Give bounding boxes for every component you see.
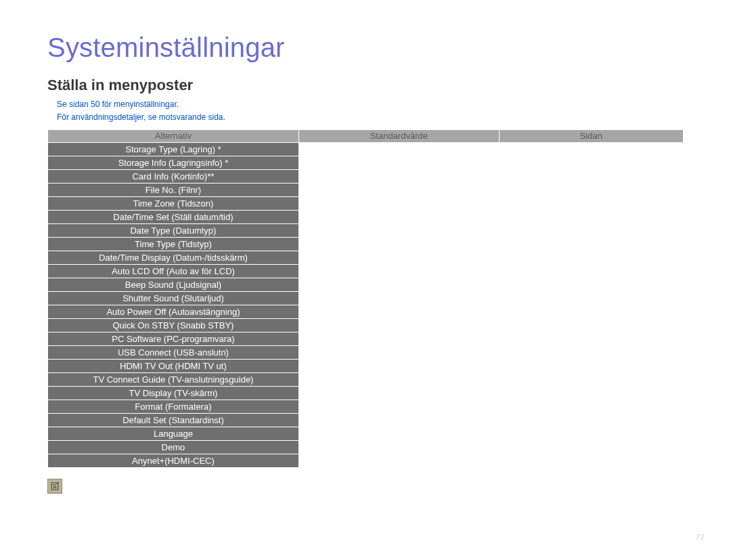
table-row: Time Type (Tidstyp) <box>48 237 684 251</box>
cell-default <box>298 264 499 278</box>
col-header-page: Sidan <box>499 130 683 142</box>
cell-page <box>499 278 683 291</box>
cell-option: PC Software (PC-programvara) <box>48 332 299 345</box>
cell-option: TV Connect Guide (TV-anslutningsguide) <box>48 372 299 386</box>
table-row: Date/Time Set (Ställ datum/tid) <box>48 210 684 223</box>
table-row: Language <box>48 427 684 440</box>
cell-default <box>298 156 499 169</box>
table-row: Format (Formatera) <box>48 400 684 413</box>
cell-option: HDMI TV Out (HDMI TV ut) <box>48 359 299 372</box>
cell-option: File No. (Filnr) <box>48 183 299 196</box>
cell-page <box>499 400 683 413</box>
cell-default <box>298 372 499 386</box>
table-row: File No. (Filnr) <box>48 183 684 196</box>
cell-page <box>499 210 683 223</box>
table-row: Default Set (Standardinst) <box>48 413 684 427</box>
cell-option: Storage Info (Lagringsinfo) * <box>48 156 299 169</box>
cell-page <box>499 183 683 196</box>
table-row: Date/Time Display (Datum-/tidsskärm) <box>48 251 684 264</box>
cell-option: Storage Type (Lagring) * <box>48 142 299 156</box>
cell-default <box>298 413 499 427</box>
cell-page <box>499 386 683 400</box>
cell-default <box>298 251 499 264</box>
cell-option: USB Connect (USB-anslutn) <box>48 345 299 359</box>
page-number: 72 <box>696 533 705 541</box>
cell-page <box>499 237 683 251</box>
cell-page <box>499 440 683 454</box>
cell-default <box>298 305 499 318</box>
cell-page <box>499 305 683 318</box>
cell-default <box>298 142 499 156</box>
cell-page <box>499 196 683 210</box>
cell-default <box>298 359 499 372</box>
cell-default <box>298 223 499 237</box>
settings-table: Alternativ Standardvärde Sidan Storage T… <box>47 130 684 468</box>
table-row: Demo <box>48 440 684 454</box>
cell-option: Beep Sound (Ljudsignal) <box>48 278 299 291</box>
cell-option: Demo <box>48 440 299 454</box>
table-row: TV Connect Guide (TV-anslutningsguide) <box>48 372 684 386</box>
table-row: Beep Sound (Ljudsignal) <box>48 278 684 291</box>
cell-page <box>499 345 683 359</box>
cell-default <box>298 345 499 359</box>
table-row: Time Zone (Tidszon) <box>48 196 684 210</box>
cell-default <box>298 196 499 210</box>
table-row: Auto Power Off (Autoavstängning) <box>48 305 684 318</box>
cell-page <box>499 454 683 467</box>
cell-option: Card Info (Kortinfo)** <box>48 169 299 183</box>
note-icon <box>47 479 62 494</box>
table-row: TV Display (TV-skärm) <box>48 386 684 400</box>
section-subtitle: Ställa in menyposter <box>47 77 684 94</box>
cell-default <box>298 440 499 454</box>
table-row: USB Connect (USB-anslutn) <box>48 345 684 359</box>
table-row: HDMI TV Out (HDMI TV ut) <box>48 359 684 372</box>
cell-option: Anynet+(HDMI-CEC) <box>48 454 299 467</box>
cell-option: Format (Formatera) <box>48 400 299 413</box>
table-row: PC Software (PC-programvara) <box>48 332 684 345</box>
cell-option: Default Set (Standardinst) <box>48 413 299 427</box>
cell-default <box>298 427 499 440</box>
cell-option: Date/Time Set (Ställ datum/tid) <box>48 210 299 223</box>
cell-default <box>298 210 499 223</box>
cell-page <box>499 291 683 305</box>
cell-page <box>499 223 683 237</box>
cell-default <box>298 454 499 467</box>
cell-default <box>298 386 499 400</box>
cell-page <box>499 413 683 427</box>
page-title: Systeminställningar <box>47 33 684 63</box>
cell-default <box>298 183 499 196</box>
notes-block: Se sidan 50 för menyinställningar. För a… <box>57 98 684 123</box>
cell-option: TV Display (TV-skärm) <box>48 386 299 400</box>
cell-default <box>298 237 499 251</box>
table-row: Card Info (Kortinfo)** <box>48 169 684 183</box>
cell-option: Shutter Sound (Slutarljud) <box>48 291 299 305</box>
cell-option: Language <box>48 427 299 440</box>
table-row: Date Type (Datumtyp) <box>48 223 684 237</box>
cell-page <box>499 359 683 372</box>
col-header-default: Standardvärde <box>298 130 499 142</box>
table-row: Quick On STBY (Snabb STBY) <box>48 318 684 332</box>
table-row: Auto LCD Off (Auto av för LCD) <box>48 264 684 278</box>
cell-page <box>499 156 683 169</box>
cell-page <box>499 318 683 332</box>
cell-option: Time Zone (Tidszon) <box>48 196 299 210</box>
cell-default <box>298 278 499 291</box>
table-row: Shutter Sound (Slutarljud) <box>48 291 684 305</box>
note-line: Se sidan 50 för menyinställningar. <box>57 98 684 111</box>
cell-option: Date Type (Datumtyp) <box>48 223 299 237</box>
table-row: Storage Info (Lagringsinfo) * <box>48 156 684 169</box>
cell-default <box>298 291 499 305</box>
table-header-row: Alternativ Standardvärde Sidan <box>48 130 684 142</box>
cell-option: Time Type (Tidstyp) <box>48 237 299 251</box>
cell-page <box>499 251 683 264</box>
cell-page <box>499 264 683 278</box>
cell-option: Quick On STBY (Snabb STBY) <box>48 318 299 332</box>
cell-page <box>499 169 683 183</box>
note-line: För användningsdetaljer, se motsvarande … <box>57 111 684 124</box>
cell-option: Auto Power Off (Autoavstängning) <box>48 305 299 318</box>
cell-default <box>298 400 499 413</box>
cell-page <box>499 372 683 386</box>
col-header-option: Alternativ <box>48 130 299 142</box>
cell-page <box>499 142 683 156</box>
cell-default <box>298 169 499 183</box>
